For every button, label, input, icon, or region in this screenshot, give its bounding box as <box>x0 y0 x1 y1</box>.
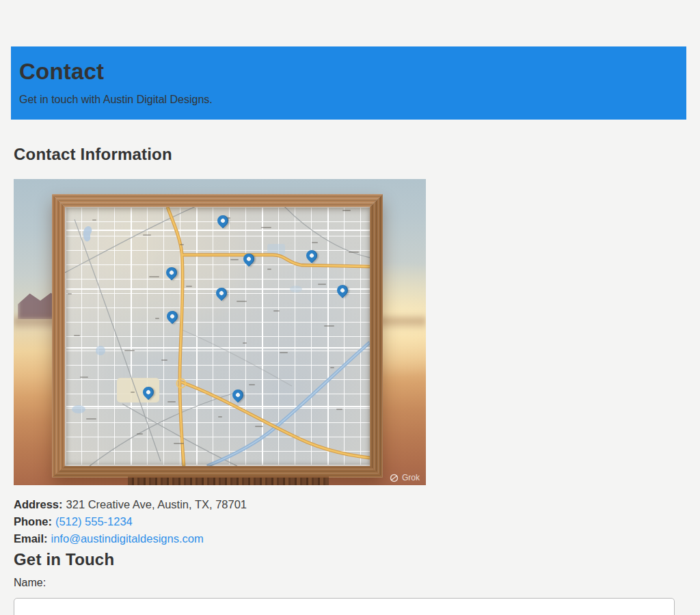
name-label: Name: <box>14 576 686 589</box>
map-street-label <box>237 301 247 302</box>
email-label: Email: <box>14 532 48 545</box>
map-street-label <box>218 416 222 418</box>
map-street-label <box>137 433 143 435</box>
map-street-label <box>143 234 151 236</box>
address-value: 321 Creative Ave, Austin, TX, 78701 <box>66 498 247 510</box>
grok-logo-icon <box>390 474 399 482</box>
map-street-label <box>68 293 72 295</box>
map-surface <box>65 207 370 466</box>
map-street-label <box>280 352 288 353</box>
map-street-label <box>149 276 159 277</box>
map-street-label <box>273 310 280 312</box>
map-image: Grok <box>14 179 426 485</box>
map-street-label <box>161 359 167 361</box>
contact-info-heading: Contact Information <box>14 144 686 165</box>
phone-label: Phone: <box>14 515 52 528</box>
map-street-label <box>174 443 184 444</box>
map-street-label <box>74 335 80 336</box>
map-street-label <box>267 269 271 270</box>
map-roads-graphic <box>65 207 370 466</box>
hero-banner: Contact Get in touch with Austin Digital… <box>11 46 686 120</box>
grok-watermark-label: Grok <box>402 473 420 482</box>
map-street-label <box>124 350 135 351</box>
wooden-frame <box>52 194 383 478</box>
address-line: Address:321 Creative Ave, Austin, TX, 78… <box>14 496 686 513</box>
map-street-label <box>167 401 176 402</box>
frame-top-rail <box>52 194 383 207</box>
map-street-label <box>180 244 184 245</box>
contact-details: Address:321 Creative Ave, Austin, TX, 78… <box>14 496 686 547</box>
name-input[interactable] <box>14 598 675 615</box>
frame-left-rail <box>52 194 65 478</box>
map-street-label <box>318 284 326 285</box>
phone-link[interactable]: (512) 555-1234 <box>55 515 133 528</box>
map-street-label <box>330 367 334 368</box>
map-street-label <box>86 418 96 420</box>
map-street-label <box>155 318 159 319</box>
map-street-label <box>92 219 96 221</box>
map-street-label <box>342 210 351 211</box>
main-content: Contact Information <box>14 144 686 615</box>
map-street-label <box>230 259 239 260</box>
email-line: Email:info@austindigitaldesigns.com <box>14 530 686 547</box>
page-subtitle: Get in touch with Austin Digital Designs… <box>19 93 675 106</box>
map-street-label <box>349 251 359 253</box>
map-street-label <box>261 227 271 228</box>
frame-right-rail <box>370 194 383 478</box>
map-street-label <box>255 426 263 427</box>
map-street-label <box>324 325 334 327</box>
email-link[interactable]: info@austindigitaldesigns.com <box>51 532 204 545</box>
map-street-label <box>249 384 255 385</box>
map-street-label <box>336 409 342 410</box>
get-in-touch-heading: Get in Touch <box>14 549 686 570</box>
address-label: Address: <box>14 498 63 510</box>
easel-wood <box>128 476 329 485</box>
page: Contact Get in touch with Austin Digital… <box>0 46 700 615</box>
map-street-label <box>131 392 135 393</box>
map-street-label <box>186 286 192 287</box>
page-title: Contact <box>19 59 675 85</box>
contact-form: Name: <box>14 576 686 615</box>
phone-line: Phone:(512) 555-1234 <box>14 513 686 530</box>
grok-watermark: Grok <box>390 473 420 482</box>
map-street-label <box>243 342 247 344</box>
map-street-label <box>312 242 318 243</box>
map-street-label <box>80 377 88 378</box>
